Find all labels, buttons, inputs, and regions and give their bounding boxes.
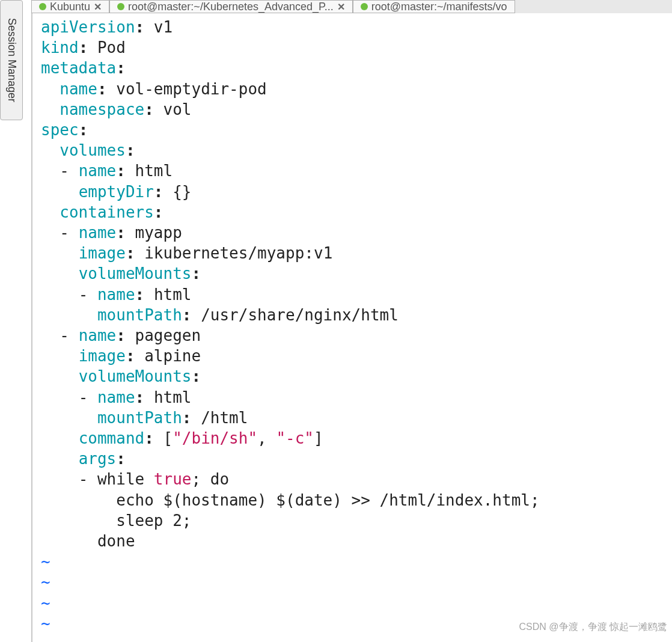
yaml-value: alpine xyxy=(144,347,201,365)
yaml-script-line: echo $(hostname) $(date) >> /html/index.… xyxy=(116,491,539,509)
yaml-key: spec xyxy=(41,121,79,139)
vim-tilde: ~ xyxy=(41,594,50,612)
yaml-key: command xyxy=(79,429,145,447)
yaml-value: /usr/share/nginx/html xyxy=(201,306,399,324)
yaml-value: {} xyxy=(173,183,191,201)
session-manager-tab[interactable]: Session Manager xyxy=(0,0,23,120)
tab-kubuntu[interactable]: Kubuntu ✕ xyxy=(31,0,109,13)
yaml-value: myapp xyxy=(135,224,182,242)
yaml-key: mountPath xyxy=(97,306,182,324)
yaml-key: name xyxy=(97,286,135,304)
yaml-string: "/bin/sh" xyxy=(173,429,257,447)
yaml-value: vol xyxy=(163,100,192,118)
status-dot-icon xyxy=(117,3,124,10)
tab-label: Kubuntu xyxy=(50,1,90,13)
yaml-string: "-c" xyxy=(276,429,314,447)
yaml-keyword: true xyxy=(154,470,192,488)
yaml-key: volumeMounts xyxy=(79,264,192,283)
vim-tilde: ~ xyxy=(41,552,50,570)
tab-kubernetes-advanced[interactable]: root@master:~/Kubernetes_Advanced_P... ✕ xyxy=(109,0,353,13)
yaml-value: pagegen xyxy=(135,326,201,344)
yaml-key: volumes xyxy=(60,141,126,159)
yaml-value: html xyxy=(154,388,192,406)
yaml-key: containers xyxy=(60,203,154,221)
status-dot-icon xyxy=(39,3,46,10)
yaml-key: image xyxy=(79,347,126,365)
yaml-key: apiVersion xyxy=(41,18,135,36)
terminal-tabbar: Kubuntu ✕ root@master:~/Kubernetes_Advan… xyxy=(31,0,672,13)
yaml-key: kind xyxy=(41,38,79,57)
yaml-key: name xyxy=(79,326,117,344)
yaml-key: mountPath xyxy=(97,409,182,427)
yaml-value: Pod xyxy=(97,38,126,57)
yaml-script-line: sleep 2; xyxy=(116,512,191,530)
vim-tilde: ~ xyxy=(41,614,50,632)
yaml-value: ikubernetes/myapp:v1 xyxy=(144,244,332,262)
yaml-value: html xyxy=(154,286,192,304)
tab-label: root@master:~/Kubernetes_Advanced_P... xyxy=(128,1,334,13)
yaml-value: v1 xyxy=(154,18,173,36)
yaml-value: /html xyxy=(201,409,248,427)
yaml-key: name xyxy=(60,80,97,98)
yaml-key: name xyxy=(97,388,135,406)
vim-tilde: ~ xyxy=(41,573,50,591)
close-icon[interactable]: ✕ xyxy=(337,1,345,13)
yaml-key: emptyDir xyxy=(79,183,154,201)
yaml-script-line: done xyxy=(97,532,135,550)
yaml-value: html xyxy=(135,162,173,180)
status-dot-icon xyxy=(361,3,368,10)
yaml-key: name xyxy=(79,224,117,242)
yaml-key: metadata xyxy=(41,59,116,77)
yaml-value: vol-emptydir-pod xyxy=(116,80,266,98)
close-icon[interactable]: ✕ xyxy=(94,1,102,13)
tab-label: root@master:~/manifests/vo xyxy=(371,1,507,13)
yaml-key: image xyxy=(79,244,126,262)
yaml-key: name xyxy=(79,162,117,180)
code-editor[interactable]: apiVersion: v1 kind: Pod metadata: name:… xyxy=(31,13,672,642)
yaml-key: namespace xyxy=(60,100,144,118)
tab-manifests[interactable]: root@master:~/manifests/vo xyxy=(353,0,515,13)
yaml-key: args xyxy=(79,450,117,468)
yaml-key: volumeMounts xyxy=(79,367,192,385)
